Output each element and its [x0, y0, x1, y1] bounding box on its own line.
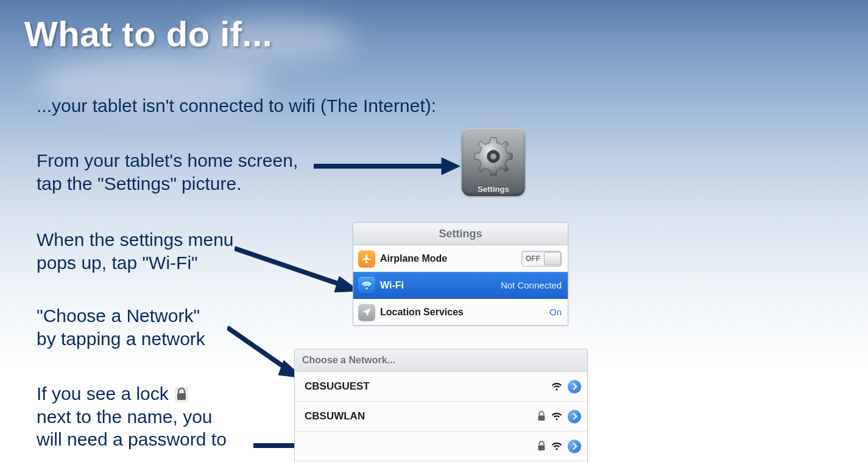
gear-icon: [471, 134, 516, 179]
network-name: CBSUWLAN: [305, 410, 537, 422]
toggle-off-text: OFF: [522, 254, 544, 263]
settings-app-icon[interactable]: Settings: [462, 128, 525, 196]
step-3-text: "Choose a Network" by tapping a network: [37, 304, 205, 350]
settings-row-label: Location Services: [380, 307, 549, 318]
settings-row-wifi[interactable]: Wi-Fi Not Connected: [353, 272, 568, 299]
lock-icon: [175, 387, 188, 402]
arrow-icon: [314, 154, 460, 178]
step-4-text-a: If you see a lock: [37, 383, 169, 404]
settings-row-airplane[interactable]: Airplane Mode OFF: [353, 245, 568, 272]
settings-row-label: Airplane Mode: [380, 253, 521, 264]
airplane-toggle[interactable]: OFF: [521, 251, 562, 267]
settings-row-value: Not Connected: [501, 280, 562, 290]
toggle-knob: [544, 252, 561, 265]
settings-row-value: On: [549, 307, 562, 317]
settings-icon-label: Settings: [478, 184, 509, 194]
location-icon: [358, 304, 375, 321]
network-row[interactable]: [295, 432, 587, 461]
svg-rect-0: [177, 393, 186, 400]
airplane-icon: [358, 250, 375, 267]
step-2-text: When the settings menu pops up, tap "Wi-…: [37, 228, 234, 274]
page-title: What to do if...: [24, 13, 272, 54]
settings-row-label: Wi-Fi: [380, 280, 501, 291]
intro-line: ...your tablet isn't connected to wifi (…: [37, 94, 436, 117]
lock-icon: [537, 441, 546, 452]
arrow-icon: [235, 242, 359, 297]
settings-menu-header: Settings: [353, 223, 568, 245]
choose-network-header: Choose a Network...: [295, 349, 587, 372]
step-1-text: From your tablet's home screen, tap the …: [37, 149, 298, 195]
svg-marker-2: [442, 158, 460, 175]
network-row[interactable]: CBSUGUEST: [295, 372, 587, 402]
step-4-text: If you see a lock next to the name, you …: [37, 382, 227, 451]
network-row[interactable]: CBSUWLAN: [295, 402, 587, 432]
wifi-signal-icon: [551, 441, 563, 451]
settings-menu-panel: Settings Airplane Mode OFF Wi-Fi Not Con…: [353, 222, 568, 326]
arrow-icon: [227, 323, 303, 380]
svg-line-3: [235, 248, 342, 285]
wifi-signal-icon: [551, 411, 563, 421]
svg-rect-12: [538, 445, 545, 450]
svg-point-10: [490, 153, 496, 159]
lock-icon: [537, 411, 546, 422]
step-4-text-b: next to the name, you will need a passwo…: [37, 407, 227, 450]
wifi-signal-icon: [551, 382, 563, 391]
svg-rect-11: [538, 415, 545, 421]
disclosure-icon[interactable]: [568, 380, 581, 393]
wifi-icon: [358, 277, 375, 294]
slide: What to do if... ...your tablet isn't co…: [0, 0, 868, 462]
choose-network-panel: Choose a Network... CBSUGUEST CBSUWLAN: [294, 349, 588, 462]
svg-line-5: [227, 327, 287, 369]
disclosure-icon[interactable]: [568, 439, 581, 453]
disclosure-icon[interactable]: [568, 410, 581, 423]
settings-row-location[interactable]: Location Services On: [353, 299, 568, 326]
network-name: CBSUGUEST: [305, 380, 551, 393]
